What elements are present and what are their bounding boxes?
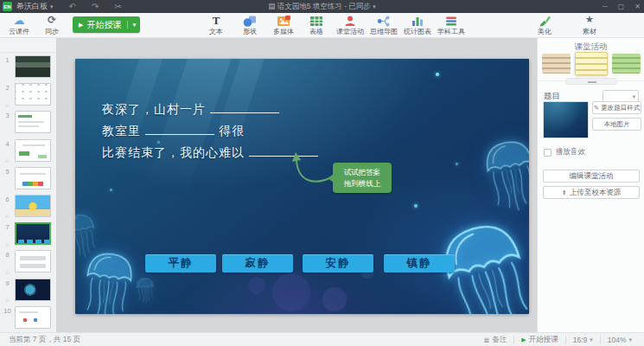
sync-status: - 已同步 [344, 2, 371, 10]
document-icon: ▤ [268, 2, 275, 10]
local-image-button[interactable]: 本地图片 [592, 118, 641, 131]
tool-chart[interactable]: 统计图表 [400, 15, 435, 35]
activity-template-1[interactable] [542, 54, 571, 74]
glow-dot [436, 73, 439, 76]
text-icon: T [199, 15, 233, 28]
cloud-courseware-button[interactable]: ☁ 云课件 [2, 15, 36, 35]
slide-thumb-4[interactable]: 4☆ [0, 139, 56, 167]
glow-dot [110, 189, 112, 191]
answer-chip-4[interactable]: 镇静 [384, 254, 455, 272]
activity-star-icon: ☆ [0, 240, 15, 249]
slide-thumb-10[interactable]: 10 [0, 306, 56, 332]
maximize-button[interactable]: ▢ [618, 3, 625, 10]
activity-star-icon: ☆ [0, 296, 15, 304]
play-icon: ▶ [79, 22, 83, 29]
tool-class-activity[interactable]: 课堂活动 [333, 15, 367, 35]
scissors-icon[interactable]: ✂ [114, 2, 121, 11]
answer-chip-1[interactable]: 平静 [145, 254, 216, 272]
sync-button[interactable]: ⟳ 同步 [35, 15, 69, 35]
play-sound-option: 播放音效 [544, 147, 585, 157]
undo-icon[interactable]: ↶ [69, 2, 76, 11]
start-teaching-button[interactable]: ▶ 开始授课 ▾ [73, 16, 140, 33]
slide-thumb-9[interactable]: 9☆ [0, 279, 56, 306]
slide-thumb-8[interactable]: 8☆ [0, 250, 56, 278]
slide-background-preview[interactable] [543, 101, 589, 138]
sync-icon: ⟳ [35, 15, 69, 28]
bokeh [322, 287, 347, 311]
template-pager-handle[interactable] [565, 78, 617, 85]
glow-dot [456, 163, 458, 165]
chart-icon [400, 15, 435, 28]
question-line-1: 夜深了，山村一片 [102, 99, 322, 120]
slide-thumb-2[interactable]: 2☆ [0, 83, 56, 111]
doc-caret-icon[interactable]: ▾ [373, 3, 376, 10]
close-button[interactable]: ✕ [634, 3, 641, 10]
slide-thumb-1[interactable]: 1 [0, 55, 56, 83]
tool-beautify[interactable]: 美化 [527, 15, 562, 35]
page-indicator: 当前第 7 页，共 15 页 [9, 335, 80, 345]
mindmap-icon [367, 15, 401, 28]
class-activity-icon [333, 15, 367, 28]
title-bar: EN 希沃白板 ▾ ↶ ↷ ✂ ▤ 语文园地5 填空练习 - 已同步 ▾ ─ ▢… [0, 0, 644, 13]
answer-chip-2[interactable]: 寂静 [222, 254, 293, 272]
tool-table[interactable]: 表格 [299, 15, 334, 35]
bokeh [272, 273, 310, 311]
edit-activity-button[interactable]: 编辑课堂活动 [543, 170, 640, 183]
tool-subject-tools[interactable]: 学科工具 [434, 15, 469, 35]
tool-text[interactable]: T 文本 [199, 15, 233, 35]
slide-thumb-6[interactable]: 6☆ [0, 195, 56, 222]
question-select-caret-icon: ▾ [632, 93, 635, 100]
media-icon [266, 15, 301, 28]
editing-canvas: 夜深了，山村一片 教室里得很 比赛结束了，我的心难以 试试把答案 拖到横线上 平… [56, 38, 537, 332]
present-button[interactable]: ▶ 开始授课 [513, 336, 564, 344]
slide-thumb-3[interactable]: 3 [0, 111, 56, 138]
tool-media[interactable]: 多媒体 [266, 15, 301, 35]
cloud-icon: ☁ [2, 15, 36, 28]
activity-star-icon: ☆ [0, 268, 15, 277]
change-style-button[interactable]: ✎ 更改题目样式 [592, 101, 641, 114]
stars-icon: ★ [572, 15, 607, 28]
document-title: 语文园地5 填空练习 [277, 2, 342, 10]
question-line-2: 教室里得很 [102, 120, 322, 142]
upload-icon: ⬆ [562, 189, 567, 196]
app-menu-caret-icon[interactable]: ▾ [50, 3, 54, 10]
slide-canvas[interactable]: 夜深了，山村一片 教室里得很 比赛结束了，我的心难以 试试把答案 拖到横线上 平… [75, 59, 529, 314]
minimize-button[interactable]: ─ [603, 3, 608, 10]
upload-resource-button[interactable]: ⬆ 上传至校本资源 [543, 186, 640, 199]
zoom-caret-icon: ▾ [628, 336, 632, 343]
activity-template-2-selected[interactable] [575, 52, 608, 75]
subject-tools-icon [434, 15, 469, 28]
notes-icon: ≣ [483, 336, 489, 344]
tool-assets[interactable]: ★ 素材 [572, 15, 607, 35]
activity-star-icon: ☆ [0, 212, 15, 221]
redo-icon[interactable]: ↷ [92, 2, 99, 11]
jellyfish-tiny [135, 276, 156, 304]
beautify-brush-icon [527, 15, 562, 28]
tool-shape[interactable]: 形状 [233, 15, 267, 35]
blank-drop-target-2[interactable] [145, 124, 214, 135]
play-sound-checkbox[interactable] [544, 149, 552, 157]
activity-template-3[interactable] [612, 54, 641, 74]
hint-bubble: 试试把答案 拖到横线上 [333, 163, 392, 193]
zoom-select[interactable]: 104% ▾ [600, 336, 639, 344]
main-toolbar: ☁ 云课件 ⟳ 同步 ▶ 开始授课 ▾ T 文本 形状 [0, 13, 644, 38]
app-name[interactable]: 希沃白板 [16, 1, 48, 12]
template-pager [538, 80, 644, 81]
activity-star-icon: ☆ [0, 157, 15, 165]
blank-drop-target-1[interactable] [210, 102, 279, 113]
play-icon: ▶ [521, 336, 526, 343]
bokeh [248, 277, 265, 294]
answer-chip-3[interactable]: 安静 [303, 254, 373, 272]
slide-thumb-7-selected[interactable]: 7☆ [0, 222, 56, 250]
jellyfish-small-faint [75, 210, 101, 262]
notes-button[interactable]: ≣ 备注 [476, 336, 513, 344]
aspect-ratio-select[interactable]: 16:9 ▾ [565, 336, 600, 344]
start-teaching-caret-icon[interactable]: ▾ [127, 21, 140, 29]
tool-mindmap[interactable]: 思维导图 [367, 15, 401, 35]
app-window: EN 希沃白板 ▾ ↶ ↷ ✂ ▤ 语文园地5 填空练习 - 已同步 ▾ ─ ▢… [0, 0, 644, 346]
glow-dot [414, 204, 418, 208]
activity-star-icon: ☆ [0, 101, 15, 110]
aspect-caret-icon: ▾ [590, 336, 593, 343]
panel-title: 课堂活动 [538, 38, 644, 53]
slide-thumb-5[interactable]: 5 [0, 167, 56, 195]
